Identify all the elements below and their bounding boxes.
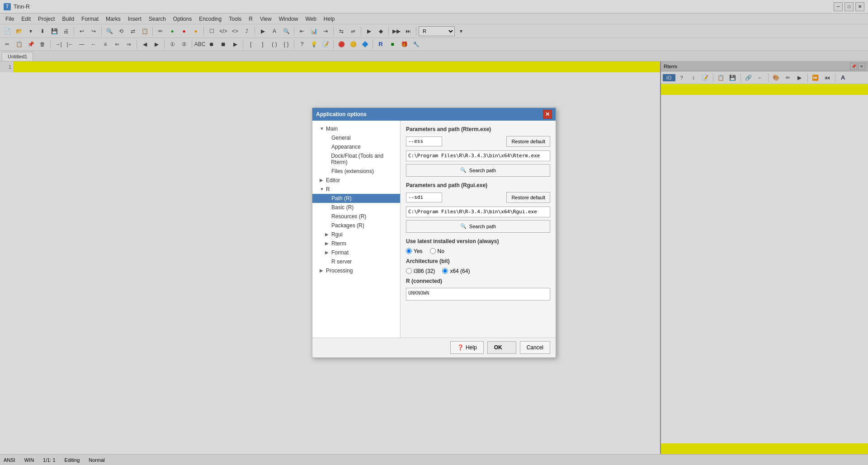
ok-button[interactable]: OK: [487, 341, 516, 354]
rterm-search-path-icon: 🔍: [460, 167, 467, 173]
tree-item-resources-r[interactable]: Resources (R): [312, 212, 400, 221]
content-panel: Parameters and path (Rterm.exe) Restore …: [401, 121, 556, 338]
radio-x64-label[interactable]: x64 (64): [442, 268, 470, 274]
tree-item-basic-r[interactable]: Basic (R): [312, 203, 400, 212]
tree-item-r-server[interactable]: R server: [312, 257, 400, 266]
architecture-radio-group: i386 (32) x64 (64): [406, 268, 550, 274]
tree-item-general[interactable]: General: [312, 133, 400, 142]
rgui-search-path-label: Search path: [469, 224, 496, 229]
use-latest-radio-group: Yes No: [406, 248, 550, 254]
radio-yes-text: Yes: [414, 248, 423, 254]
tree-item-rterm[interactable]: ▶ Rterm: [312, 239, 400, 248]
rterm-section-title: Parameters and path (Rterm.exe): [406, 126, 550, 132]
tree-item-appearance[interactable]: Appearance: [312, 142, 400, 151]
rgui-section-title: Parameters and path (Rgui.exe): [406, 182, 550, 188]
rgui-params-input[interactable]: [406, 193, 442, 202]
help-label: Help: [466, 344, 477, 351]
rgui-path-input[interactable]: [406, 207, 550, 217]
help-button[interactable]: ❓ Help: [450, 341, 484, 354]
dialog-title: Application options: [316, 111, 367, 117]
rgui-search-path-icon: 🔍: [460, 223, 467, 229]
dialog-footer: ❓ Help OK Cancel: [312, 338, 556, 357]
help-icon: ❓: [457, 344, 464, 351]
radio-no[interactable]: [430, 248, 436, 254]
rterm-params-input[interactable]: [406, 136, 442, 146]
tree-item-editor[interactable]: ▶ Editor: [312, 176, 400, 185]
tree-item-rgui[interactable]: ▶ Rgui: [312, 230, 400, 239]
tree-item-main[interactable]: ▼ Main: [312, 124, 400, 133]
rterm-search-path-label: Search path: [469, 168, 496, 173]
dialog-overlay: Application options ✕ ▼ Main General App…: [0, 0, 868, 465]
radio-i386-label[interactable]: i386 (32): [406, 268, 435, 274]
dialog-body: ▼ Main General Appearance Dock/Float (To…: [312, 121, 556, 338]
cancel-button[interactable]: Cancel: [520, 341, 550, 354]
rterm-restore-default-btn[interactable]: Restore default: [506, 136, 550, 147]
rgui-search-path-btn[interactable]: 🔍 Search path: [406, 220, 550, 233]
radio-x64-text: x64 (64): [450, 268, 470, 274]
radio-no-label[interactable]: No: [430, 248, 444, 254]
radio-i386-text: i386 (32): [414, 268, 435, 274]
dialog-close-button[interactable]: ✕: [543, 110, 552, 119]
tree-item-processing[interactable]: ▶ Processing: [312, 266, 400, 275]
tree-item-files[interactable]: Files (extensions): [312, 167, 400, 176]
rterm-path-input[interactable]: [406, 150, 550, 161]
use-latest-label: Use latest installed version (always): [406, 238, 550, 244]
application-options-dialog: Application options ✕ ▼ Main General App…: [312, 108, 556, 358]
radio-yes-label[interactable]: Yes: [406, 248, 423, 254]
connected-value-box: UNKNOWN: [406, 288, 550, 301]
radio-i386[interactable]: [406, 268, 412, 274]
tree-item-format[interactable]: ▶ Format: [312, 248, 400, 257]
tree-item-path-r[interactable]: Path (R): [312, 194, 400, 203]
radio-yes[interactable]: [406, 248, 412, 254]
tree-item-dock-float[interactable]: Dock/Float (Tools and Rterm): [312, 151, 400, 167]
connected-value: UNKNOWN: [408, 290, 429, 296]
radio-no-text: No: [438, 248, 444, 254]
dialog-titlebar: Application options ✕: [312, 108, 556, 121]
cancel-label: Cancel: [527, 344, 543, 351]
architecture-label: Architecture (bit): [406, 258, 550, 264]
connected-label: R (connected): [406, 278, 550, 284]
rterm-params-row: Restore default: [406, 136, 550, 147]
ok-label: OK: [494, 344, 502, 351]
radio-x64[interactable]: [442, 268, 448, 274]
rterm-search-path-btn[interactable]: 🔍 Search path: [406, 164, 550, 177]
rgui-params-row: Restore default: [406, 192, 550, 203]
tree-arrow-main: ▼: [320, 126, 325, 131]
rgui-restore-default-btn[interactable]: Restore default: [506, 192, 550, 203]
options-tree: ▼ Main General Appearance Dock/Float (To…: [312, 121, 401, 338]
tree-item-packages-r[interactable]: Packages (R): [312, 221, 400, 230]
tree-item-r[interactable]: ▼ R: [312, 185, 400, 194]
